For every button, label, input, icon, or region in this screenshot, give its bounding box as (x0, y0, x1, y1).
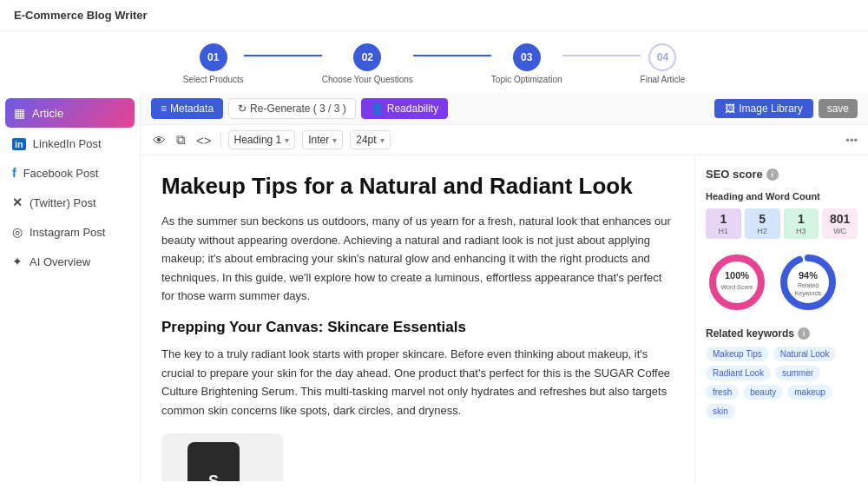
step-circle-3: 03 (513, 43, 541, 71)
top-bar: E-Commerce Blog Writer (0, 0, 868, 31)
heading-select[interactable]: Heading 1 ▾ (228, 130, 296, 149)
regenerate-icon: ↻ (238, 102, 247, 115)
sidebar-item-instagram[interactable]: ◎ Instagram Post (0, 217, 140, 247)
step-line-1 (244, 55, 322, 56)
bottle-shape: S (187, 442, 240, 481)
svg-point-1 (713, 258, 761, 307)
size-select[interactable]: 24pt ▾ (350, 130, 390, 149)
editor-toolbar: 👁 ⧉ <> Heading 1 ▾ Inter ▾ 24pt ▾ ••• (141, 125, 868, 155)
sidebar-item-twitter[interactable]: ✕ (Twitter) Post (0, 188, 140, 217)
step-circle-4: 04 (648, 43, 676, 71)
metadata-icon: ≡ (161, 102, 167, 115)
toolbar-right: 🖼 Image Library save (714, 99, 858, 118)
image-icon: 🖼 (725, 102, 735, 115)
size-chevron-icon: ▾ (380, 135, 385, 145)
content-area: ≡ Metadata ↻ Re-Generate ( 3 / 3 ) 👤 Rea… (141, 93, 868, 481)
related-keywords-title: Related keywords i (706, 327, 858, 340)
article-subheading: Prepping Your Canvas: Skincare Essential… (161, 319, 674, 336)
related-keywords-svg: 94% Related Keywords (777, 251, 839, 314)
readability-icon: 👤 (371, 102, 384, 115)
image-library-button[interactable]: 🖼 Image Library (714, 99, 812, 118)
kw-tag-7[interactable]: skin (706, 404, 735, 419)
seo-info-icon[interactable]: i (766, 169, 779, 181)
twitter-icon: ✕ (12, 195, 23, 209)
toolbar: ≡ Metadata ↻ Re-Generate ( 3 / 3 ) 👤 Rea… (141, 93, 868, 125)
ai-icon: ✦ (12, 254, 23, 268)
h2-cell: 5 H2 (745, 208, 780, 239)
sidebar-label-instagram: Instagram Post (30, 226, 105, 239)
step-4[interactable]: 04 Final Article (641, 43, 686, 84)
kw-tag-5[interactable]: beauty (743, 385, 783, 400)
kw-tag-4[interactable]: fresh (706, 385, 739, 400)
keywords-info-icon[interactable]: i (798, 327, 810, 340)
step-circle-2: 02 (353, 43, 381, 71)
article-title: Makeup Tips for a Natural and Radiant Lo… (161, 173, 674, 200)
editor-seo-wrap: Makeup Tips for a Natural and Radiant Lo… (141, 155, 868, 481)
bottle-label: S (208, 472, 219, 481)
kw-tag-3[interactable]: summer (775, 366, 820, 380)
stepper: 01 Select Products 02 Choose Your Questi… (0, 31, 868, 93)
word-score-svg: 100% Word Score (706, 251, 768, 314)
sidebar-label-linkedin: LinkedIn Post (33, 137, 102, 150)
related-keywords-donut: 94% Related Keywords (777, 251, 839, 314)
kw-tag-6[interactable]: makeup (787, 385, 832, 400)
keyword-tags: Makeup Tips Natural Look Radiant Look su… (706, 347, 858, 419)
seo-score-title: SEO score i (706, 168, 858, 181)
h3-cell: 1 H3 (784, 208, 819, 239)
article-icon: ▦ (14, 106, 25, 120)
hwc-grid: 1 H1 5 H2 1 H3 801 WC (706, 208, 858, 239)
h1-cell: 1 H1 (706, 208, 741, 239)
heading-chevron-icon: ▾ (285, 135, 289, 145)
seo-panel: SEO score i Heading and Word Count 1 H1 … (694, 155, 868, 481)
sidebar: ▦ Article in LinkedIn Post f Facebook Po… (0, 93, 141, 481)
svg-text:94%: 94% (799, 270, 818, 281)
hwc-title: Heading and Word Count (706, 191, 858, 202)
font-chevron-icon: ▾ (332, 135, 337, 145)
readability-button[interactable]: 👤 Readability (361, 98, 448, 119)
toolbar-divider-1 (220, 132, 221, 148)
step-line-2 (413, 55, 491, 56)
article-body2: The key to a truly radiant look starts w… (161, 345, 674, 420)
step-3[interactable]: 03 Topic Optimization (491, 43, 562, 84)
save-button[interactable]: save (819, 99, 858, 118)
article-editor[interactable]: Makeup Tips for a Natural and Radiant Lo… (141, 155, 694, 481)
eye-icon[interactable]: 👁 (151, 131, 168, 149)
sidebar-item-linkedin[interactable]: in LinkedIn Post (0, 129, 140, 158)
metadata-button[interactable]: ≡ Metadata (151, 98, 223, 119)
toolbar-left: ≡ Metadata ↻ Re-Generate ( 3 / 3 ) 👤 Rea… (151, 98, 448, 119)
step-2[interactable]: 02 Choose Your Questions (322, 43, 413, 84)
sidebar-label-ai: AI Overview (30, 255, 90, 268)
svg-text:Related: Related (798, 282, 819, 288)
font-select[interactable]: Inter ▾ (302, 130, 343, 149)
kw-tag-0[interactable]: Makeup Tips (706, 347, 769, 361)
step-line-3 (562, 55, 641, 56)
sidebar-item-article[interactable]: ▦ Article (5, 98, 135, 128)
more-options-icon[interactable]: ••• (845, 134, 858, 147)
regenerate-button[interactable]: ↻ Re-Generate ( 3 / 3 ) (228, 98, 356, 119)
code-icon[interactable]: <> (194, 131, 214, 149)
svg-text:Word Score: Word Score (721, 284, 753, 290)
kw-tag-2[interactable]: Radiant Look (706, 366, 771, 380)
heading-word-count-section: Heading and Word Count 1 H1 5 H2 1 H3 (706, 191, 858, 239)
word-score-donut: 100% Word Score (706, 251, 768, 314)
kw-tag-1[interactable]: Natural Look (773, 347, 837, 361)
wc-cell: 801 WC (822, 208, 858, 239)
sidebar-label-twitter: (Twitter) Post (30, 196, 96, 209)
facebook-icon: f (12, 166, 16, 180)
svg-text:Keywords: Keywords (795, 290, 822, 297)
sidebar-label-facebook: Facebook Post (23, 167, 99, 180)
sidebar-item-ai[interactable]: ✦ AI Overview (0, 247, 140, 276)
copy-icon[interactable]: ⧉ (174, 130, 187, 149)
main-layout: ▦ Article in LinkedIn Post f Facebook Po… (0, 93, 868, 481)
sidebar-label-article: Article (32, 107, 63, 120)
step-circle-1: 01 (200, 43, 227, 71)
linkedin-icon: in (12, 138, 26, 150)
article-intro: As the summer sun beckons us outdoors, m… (161, 212, 674, 305)
step-1[interactable]: 01 Select Products (183, 43, 244, 84)
sidebar-item-facebook[interactable]: f Facebook Post (0, 158, 140, 188)
svg-text:100%: 100% (725, 270, 749, 281)
donut-row: 100% Word Score 94% Related Keywords (706, 251, 858, 314)
instagram-icon: ◎ (12, 225, 23, 239)
app-title: E-Commerce Blog Writer (14, 9, 148, 22)
article-product-image: S (161, 433, 283, 481)
